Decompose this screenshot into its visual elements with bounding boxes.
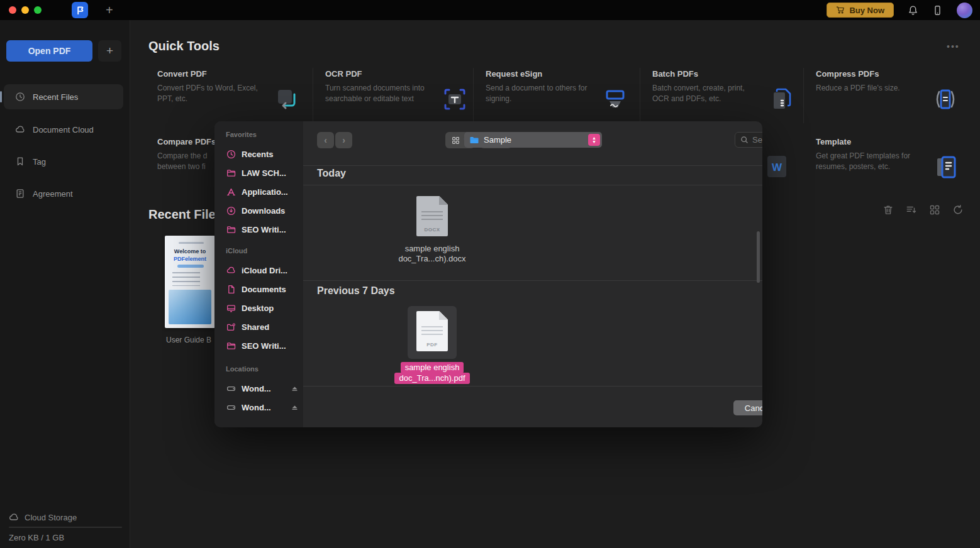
folder-blue-icon [469,135,479,145]
selected-file-name-line1: sample english [331,361,533,373]
page-fold [439,196,448,205]
card-convert-pdf[interactable]: Convert PDF Convert PDFs to Word, Excel,… [157,69,312,127]
back-button[interactable]: ‹ [317,132,334,148]
app-window: + Buy Now Open PDF + Recen [0,0,980,548]
card-desc: Send a document to others for signing. [486,83,594,104]
finder-item-label: Shared [242,322,269,332]
location-label: Sample [484,135,588,145]
sidebar-item-document-cloud[interactable]: Document Cloud [4,117,123,142]
chevron-left-icon: ‹ [324,135,327,145]
card-compress-pdfs[interactable]: Compress PDFs Reduce a PDF file's size. [816,69,971,127]
home-tab[interactable] [72,2,88,18]
card-request-esign[interactable]: Request eSign Send a document to others … [486,69,640,127]
open-pdf-button[interactable]: Open PDF [6,40,92,62]
folder-icon [226,225,236,234]
card-desc: Convert PDFs to Word, Excel, PPT, etc. [157,83,265,104]
finder-item-law-sch[interactable]: LAW SCH... [221,163,300,182]
card-desc: Batch convert, create, print, OCR and PD… [652,83,760,104]
finder-item-recents[interactable]: Recents [221,145,300,163]
file-name-line1: sample english [369,244,495,254]
storage-usage-text: Zero KB / 1 GB [9,533,64,542]
tag-icon [15,156,25,167]
download-circle-icon [226,206,236,216]
card-template[interactable]: Template Get great PDF templates for res… [816,137,971,195]
notifications-bell-icon[interactable] [908,5,918,16]
card-title: Batch PDFs [652,69,807,79]
sidebar-item-recent-files[interactable]: Recent Files [4,84,123,109]
quick-tools-title: Quick Tools [148,39,220,53]
minimize-window-button[interactable] [21,6,29,14]
finder-item-seo-writing-icloud[interactable]: SEO Writi... [221,336,300,355]
card-ocr-pdf[interactable]: OCR PDF Turn scanned documents into sear… [325,69,480,127]
drive-icon [226,384,236,393]
recent-file-thumbnail[interactable]: Welcome to PDFelement [165,236,215,328]
close-window-button[interactable] [9,6,16,14]
recent-file-caption: User Guide B [166,336,211,344]
thumb-image [169,290,211,324]
thumb-body-lines [172,272,200,286]
cloud-storage-icon [9,512,19,522]
refresh-icon[interactable] [952,204,964,216]
more-menu-button[interactable]: ••• [947,41,960,52]
finder-item-desktop[interactable]: Desktop [221,299,300,317]
selected-file-name-line2: doc_Tra...nch).pdf [331,372,533,383]
card-desc: Get great PDF templates for resumes, pos… [816,151,924,172]
folder-icon [226,168,236,178]
finder-item-label: Desktop [242,304,274,313]
buy-now-label: Buy Now [849,6,884,15]
sidebar-item-agreement[interactable]: Agreement [4,181,123,206]
finder-item-downloads[interactable]: Downloads [221,201,300,220]
finder-item-documents[interactable]: Documents [221,280,300,299]
clock-icon [226,150,236,159]
template-icon [932,153,959,184]
card-desc: Reduce a PDF file's size. [816,83,924,94]
section-divider [303,165,762,166]
dropdown-stepper-icon: ▲▼ [588,134,600,146]
finder-item-wondershare-2[interactable]: Wond... [221,398,300,417]
eject-icon[interactable] [291,403,299,412]
grid-view-icon[interactable] [929,204,940,216]
search-input[interactable] [752,135,762,145]
card-batch-pdfs[interactable]: Batch PDFs Batch convert, create, print,… [652,69,807,127]
new-tab-button[interactable]: + [106,4,113,16]
card-divider [803,68,804,123]
applications-icon [226,187,236,197]
trash-icon[interactable] [883,204,894,216]
finder-item-seo-writing-fav[interactable]: SEO Writi... [221,220,300,239]
zoom-window-button[interactable] [34,6,42,14]
card-divider [640,68,640,123]
finder-item-icloud-drive[interactable]: iCloud Dri... [221,261,300,280]
location-dropdown[interactable]: Sample ▲▼ [464,132,602,148]
add-button[interactable]: + [98,40,121,62]
mobile-device-icon[interactable] [932,5,943,16]
buy-now-button[interactable]: Buy Now [827,3,894,18]
sidebar-item-tag[interactable]: Tag [4,149,123,174]
forward-button[interactable]: › [335,132,352,148]
document-icon [226,285,236,294]
cloud-storage-label: Cloud Storage [25,513,77,522]
finder-item-label: Downloads [242,206,285,216]
finder-item-wondershare-1[interactable]: Wond... [221,379,300,398]
recent-files-title: Recent Files [148,207,223,222]
cancel-button[interactable]: Cancel [733,400,762,415]
agreement-icon [15,189,25,199]
card-title: Request eSign [486,69,640,79]
cloud-storage-row[interactable]: Cloud Storage [9,512,77,522]
dialog-scrollbar[interactable] [757,231,760,283]
card-divider [313,68,313,123]
sort-list-icon[interactable] [906,204,917,216]
desktop-icon [226,304,236,313]
finder-item-label: iCloud Dri... [242,266,287,275]
footer-divider [303,386,762,386]
user-avatar[interactable] [957,3,972,18]
eject-icon[interactable] [291,385,299,393]
locations-section-label: Locations [226,365,259,373]
cart-icon [836,6,845,14]
file-type-badge: DOCX [416,227,448,233]
finder-main: ‹ › ▼ ▼ Sample ▲▼ Today [303,121,762,427]
finder-item-applications[interactable]: Applicatio... [221,182,300,201]
file-name-line2: doc_Tra...ch).docx [369,254,495,264]
shared-folder-icon [226,322,236,332]
search-field[interactable] [735,132,762,148]
finder-item-shared[interactable]: Shared [221,317,300,336]
